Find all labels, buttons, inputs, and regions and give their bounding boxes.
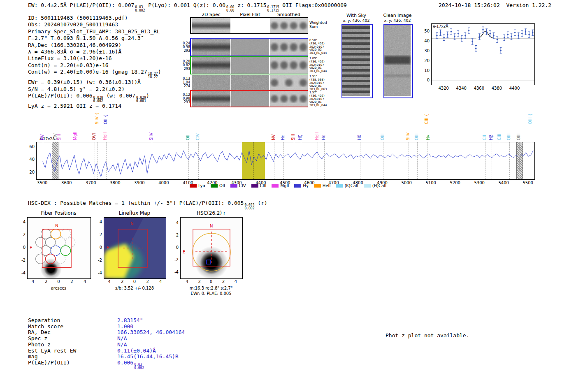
text-segment: z: 0.1715 [234, 2, 266, 8]
legend-color-chip [294, 184, 301, 188]
emission-line-label: SiII [57, 134, 61, 140]
match-row-label: Photo z [28, 342, 117, 348]
lineflux-xtick: 0 [130, 279, 139, 284]
stacked-uncertainty: 0.030.002 [135, 6, 145, 12]
catalog-match-table: Separation2.83154"Match score1.000RA, De… [28, 318, 185, 370]
cutout-row-annotations: 1.09" (436, 402) 20240107 v020_01 303_RL… [309, 57, 327, 73]
match-row-value: N/A [117, 341, 127, 348]
match-row-value: 166.330524, 46.004164 [117, 329, 185, 335]
hsc-panel-title: HSC(26.2) r [180, 210, 242, 216]
match-table-row: Match score1.000 [28, 324, 185, 330]
lineflux-ytick: -2 [93, 258, 102, 262]
text-segment: Cont(w) = 2.40(±0.00)e-16 (gmag 18.27 [28, 69, 147, 75]
withsky-title: With Sky [340, 13, 373, 18]
inset-ytick: 30 [420, 49, 430, 53]
spectrum-ytick: 40 [25, 157, 35, 162]
spectrum-ytick: 20 [25, 170, 35, 174]
cutout-cell [231, 18, 269, 33]
inset-xtick: 4340 [453, 86, 469, 90]
inset-ytick: 20 [420, 58, 430, 63]
spectrum-xtick: 5300 [471, 181, 488, 185]
text-segment: ) [158, 69, 161, 75]
lineflux-ytick: 4 [93, 220, 102, 224]
spectrum-xtick: 4600 [301, 181, 318, 185]
match-table-row: Spec zN/A [28, 336, 185, 342]
lineflux-ytick: -4 [93, 271, 102, 275]
text-segment: P(Lyα): 0.001 Q(z): 0.00 [145, 2, 225, 8]
emission-line-label: OVI [92, 133, 96, 141]
cutout-cell [192, 75, 230, 90]
cutout-cell [192, 57, 230, 74]
inset-ytick: 0 [420, 78, 430, 82]
header-datetime: 2024-10-18 15:26:02 [439, 2, 500, 8]
cutout-cell [192, 91, 230, 107]
lineflux-xtick: -2 [117, 279, 125, 284]
emission-line-label: Hδ [358, 135, 362, 140]
clean-title: Clean Image [381, 13, 414, 18]
spectrum-xtick: 3600 [58, 181, 75, 185]
header-meta: 2024-10-18 15:26:02 Version 1.22.2 [424, 2, 551, 8]
cutout-cell [270, 39, 308, 56]
fiber-ytick: 0 [16, 245, 26, 250]
emission-line-label: OIII [415, 133, 419, 140]
lineflux-panel-title: Lineflux Map [104, 210, 165, 216]
match-row-label: mag [28, 354, 117, 360]
hsc-xtick: 0 [207, 279, 215, 284]
spectrum-xtick: 5200 [447, 181, 463, 185]
emission-line-label: OII [186, 135, 190, 140]
match-table-row: Est LyA rest-EW0.11(±0.04)Å [28, 348, 185, 354]
cutout-row-values: 0.13 1.04 274 [180, 77, 190, 88]
spectrum-xtick: 4500 [277, 181, 293, 185]
spectrum-xtick: 4100 [180, 181, 196, 185]
detection-info-block: ID: 5001119463 (5001119463.pdf)Obs: 2024… [28, 15, 161, 109]
match-table-row: Photo zN/A [28, 342, 185, 348]
text-segment: HSC-DEX : Possible Matches = 1 (within +… [28, 200, 244, 206]
lineflux-map-panel: N E [104, 217, 166, 279]
lineflux-xtick: 4 [156, 279, 165, 284]
match-row-value: 0.11(±0.04)Å [117, 348, 156, 354]
fiber-ytick: -4 [16, 271, 26, 275]
info-line: ID: 5001119463 (5001119463.pdf) [28, 15, 161, 21]
inset-plot-canvas [432, 24, 534, 85]
fiber-xtick: 0 [55, 279, 63, 284]
cutout-col-title-2dspec: 2D Spec [192, 12, 230, 17]
info-line: Cont(w) = 2.40(±0.00)e-16 (gmag 18.2718.… [28, 69, 161, 79]
info-line: Primary Spec_Slot_IFU_AMP: 303_025_013_R… [28, 28, 161, 35]
stacked-uncertainty: 0.0290.001 [136, 96, 146, 103]
cutout-cell [192, 39, 230, 56]
emission-line-label: Hη [281, 135, 285, 140]
match-row-value: 2.83154" [117, 317, 143, 323]
cutout-row-annotations: 1.57" (436, 402) 20240107 v020_01 303_RL… [309, 91, 327, 107]
emission-line-label: CIV [196, 133, 200, 140]
info-line: LineFlux = 3.10(±1.20)e-16 [28, 55, 161, 62]
fiber-xlabel: arcsecs [27, 286, 90, 290]
inset-ytick: 50 [420, 29, 430, 33]
text-segment: OII Flags:0x00000009 [279, 2, 347, 8]
fiber-xtick: -4 [28, 279, 37, 284]
spectrum-xtick: 4200 [204, 181, 221, 185]
spectrum-xtick: 4800 [350, 181, 366, 185]
lineflux-map-image: N E [104, 218, 166, 278]
cutout-cell [231, 75, 269, 90]
cutout-cell [192, 18, 230, 33]
fiber-ytick: 2 [16, 232, 26, 237]
text-segment: EW: 0.4±2.5Å P(LAE)/P(OII): 0.007 [28, 2, 134, 8]
emission-line-label: OII { [104, 115, 108, 124]
cutout-row-values: 0.20 0.82 293 [180, 60, 190, 71]
withsky-image [341, 24, 373, 98]
spectrum-xtick: 5500 [520, 181, 536, 185]
withsky-coords: x, y: 436, 402 [340, 18, 373, 23]
emission-line-label: Hβ [489, 135, 493, 140]
emission-line-label: OIII [381, 133, 385, 140]
cutout-row-values: 0.12 0.98 293 [180, 93, 190, 104]
lineflux-xtick: -4 [105, 279, 113, 284]
hsc-xtick: 2 [219, 279, 228, 284]
info-line: S/N = 4.8(±0.5) χ² = 2.2(±0.2) [28, 86, 161, 93]
spectrum-ytick: 60 [25, 144, 35, 149]
inset-unit-label: e-17x2Å [433, 24, 448, 28]
photz-note: Phot z plot not available. [386, 332, 469, 339]
match-table-row: mag16.45(16.44,16.45)R [28, 354, 185, 360]
info-line: Obs: 20240107v020_5001119463 [28, 21, 161, 28]
stacked-uncertainty: 0.0280.002 [93, 96, 103, 103]
emission-line-label: OIII [517, 133, 521, 140]
